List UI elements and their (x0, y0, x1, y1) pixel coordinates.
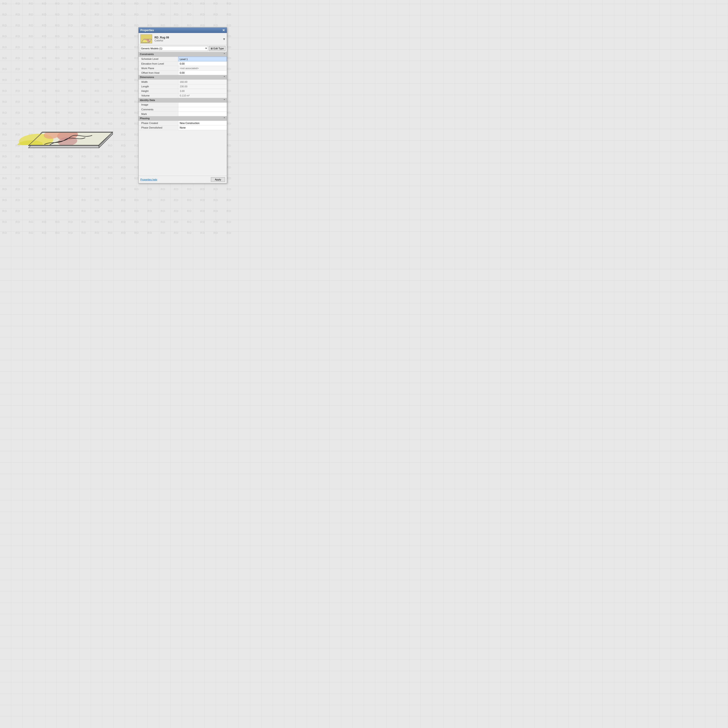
value-elevation-from-level[interactable]: 0.00 (178, 61, 226, 66)
header-dropdown-arrow[interactable]: ▾ (223, 37, 225, 41)
value-mark[interactable] (178, 112, 226, 116)
value-phase-created[interactable]: New Construction (178, 121, 226, 125)
rug-drawing-area (15, 86, 122, 157)
value-image[interactable] (178, 102, 226, 107)
properties-help-link[interactable]: Properties help (141, 178, 157, 181)
collapse-constraints[interactable]: ⌃ (223, 53, 225, 56)
label-offset-from-host: Offset from Host (139, 70, 178, 75)
row-schedule-level: Schedule Level Level 1 (139, 57, 227, 61)
collapse-identity[interactable]: ⌃ (223, 99, 225, 102)
label-height: Height (139, 89, 178, 93)
label-comments: Comments (139, 107, 178, 112)
collapse-phasing[interactable]: ⌃ (223, 117, 225, 120)
value-width: 160.00 (178, 80, 226, 84)
value-length: 230.00 (178, 84, 226, 89)
collapse-dimensions[interactable]: ⌃ (223, 76, 225, 79)
panel-header: RD_Rug 09 Colorful ▾ (139, 33, 227, 45)
value-phase-demolished[interactable]: None (178, 125, 226, 130)
label-schedule-level: Schedule Level (139, 57, 178, 61)
row-width: Width 160.00 (139, 80, 227, 84)
section-constraints: Constraints ⌃ (139, 52, 227, 57)
row-mark: Mark (139, 112, 227, 116)
item-subtype: Colorful (154, 39, 221, 42)
close-button[interactable]: ✕ (222, 29, 225, 32)
row-phase-created: Phase Created New Construction (139, 121, 227, 125)
label-elevation-from-level: Elevation from Level (139, 61, 178, 66)
panel-footer: Properties help Apply (139, 176, 227, 183)
section-identity-data: Identity Data ⌃ (139, 98, 227, 102)
edit-type-icon: ⊞ (211, 47, 213, 50)
properties-table: Constraints ⌃ Schedule Level Level 1 Ele… (139, 52, 227, 130)
row-offset-from-host: Offset from Host 0.00 (139, 70, 227, 75)
value-offset-from-host[interactable]: 0.00 (178, 70, 226, 75)
row-work-plane: Work Plane <not associated> (139, 66, 227, 70)
label-work-plane: Work Plane (139, 66, 178, 70)
properties-panel: Properties ✕ RD_Rug 09 Colorful ▾ Generi… (138, 27, 227, 184)
label-width: Width (139, 80, 178, 84)
panel-title: Properties (141, 29, 154, 32)
label-phase-created: Phase Created (139, 121, 178, 125)
row-length: Length 230.00 (139, 84, 227, 89)
section-phasing: Phasing ⌃ (139, 116, 227, 121)
panel-titlebar: Properties ✕ (139, 28, 227, 33)
value-height: 3.00 (178, 89, 226, 93)
label-volume: Volume (139, 93, 178, 98)
label-image: Image (139, 102, 178, 107)
value-schedule-level[interactable]: Level 1 (178, 57, 226, 61)
section-dimensions: Dimensions ⌃ (139, 75, 227, 80)
label-phase-demolished: Phase Demolished (139, 125, 178, 130)
row-elevation-from-level: Elevation from Level 0.00 (139, 61, 227, 66)
row-height: Height 3.00 (139, 89, 227, 93)
row-volume: Volume 0.110 m³ (139, 93, 227, 98)
row-comments: Comments (139, 107, 227, 112)
type-dropdown[interactable]: Generic Models (1) (140, 46, 208, 51)
label-length: Length (139, 84, 178, 89)
item-name: RD_Rug 09 (154, 36, 221, 39)
value-comments[interactable] (178, 107, 226, 112)
label-mark: Mark (139, 112, 178, 116)
edit-type-button[interactable]: ⊞ Edit Type (209, 46, 225, 51)
value-volume: 0.110 m³ (178, 93, 226, 98)
type-selector-row: Generic Models (1) ⊞ Edit Type (139, 45, 227, 52)
apply-button[interactable]: Apply (211, 177, 225, 182)
item-thumbnail (141, 34, 152, 43)
item-info: RD_Rug 09 Colorful (154, 36, 221, 42)
value-work-plane[interactable]: <not associated> (178, 66, 226, 70)
empty-space (139, 130, 227, 176)
row-phase-demolished: Phase Demolished None (139, 125, 227, 130)
svg-point-13 (143, 40, 147, 43)
row-image: Image (139, 102, 227, 107)
